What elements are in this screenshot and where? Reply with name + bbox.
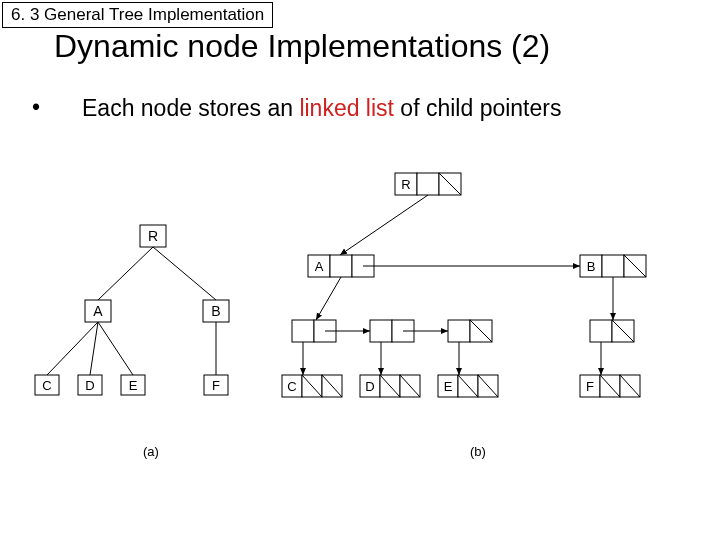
node-e-label: E bbox=[129, 378, 138, 393]
svg-line-7 bbox=[98, 247, 153, 300]
rec-f-label: F bbox=[586, 379, 594, 394]
svg-line-17 bbox=[340, 195, 428, 255]
rec-a-label: A bbox=[315, 259, 324, 274]
svg-line-8 bbox=[153, 247, 216, 300]
node-r-label: R bbox=[148, 228, 158, 244]
bullet-suffix: of child pointers bbox=[394, 95, 561, 121]
tree-a: R A B C D E F bbox=[35, 225, 229, 395]
rec-d-label: D bbox=[365, 379, 374, 394]
caption-a: (a) bbox=[143, 444, 159, 459]
svg-rect-34 bbox=[448, 320, 470, 342]
bullet-highlight: linked list bbox=[299, 95, 394, 121]
svg-rect-31 bbox=[370, 320, 392, 342]
page-title: Dynamic node Implementations (2) bbox=[54, 28, 550, 65]
svg-rect-28 bbox=[292, 320, 314, 342]
rec-b-label: B bbox=[587, 259, 596, 274]
svg-rect-23 bbox=[602, 255, 624, 277]
rec-c-label: C bbox=[287, 379, 296, 394]
node-c-label: C bbox=[42, 378, 51, 393]
rec-r-label: R bbox=[401, 177, 410, 192]
diagram-svg: R A B C D E F R bbox=[0, 165, 720, 455]
svg-line-26 bbox=[316, 277, 341, 320]
svg-line-9 bbox=[47, 322, 98, 375]
node-f-label: F bbox=[212, 378, 220, 393]
svg-line-11 bbox=[98, 322, 133, 375]
node-b-label: B bbox=[211, 303, 220, 319]
diagram-b: R A B bbox=[282, 173, 646, 397]
caption-b: (b) bbox=[470, 444, 486, 459]
svg-rect-19 bbox=[330, 255, 352, 277]
bullet-item: • Each node stores an linked list of chi… bbox=[32, 94, 700, 124]
node-a-label: A bbox=[93, 303, 103, 319]
bullet-marker: • bbox=[32, 94, 82, 124]
bullet-text: Each node stores an linked list of child… bbox=[82, 94, 561, 124]
svg-rect-37 bbox=[590, 320, 612, 342]
breadcrumb: 6. 3 General Tree Implementation bbox=[2, 2, 273, 28]
node-d-label: D bbox=[85, 378, 94, 393]
rec-e-label: E bbox=[444, 379, 453, 394]
bullet-prefix: Each node stores an bbox=[82, 95, 299, 121]
svg-rect-14 bbox=[417, 173, 439, 195]
svg-line-10 bbox=[90, 322, 98, 375]
